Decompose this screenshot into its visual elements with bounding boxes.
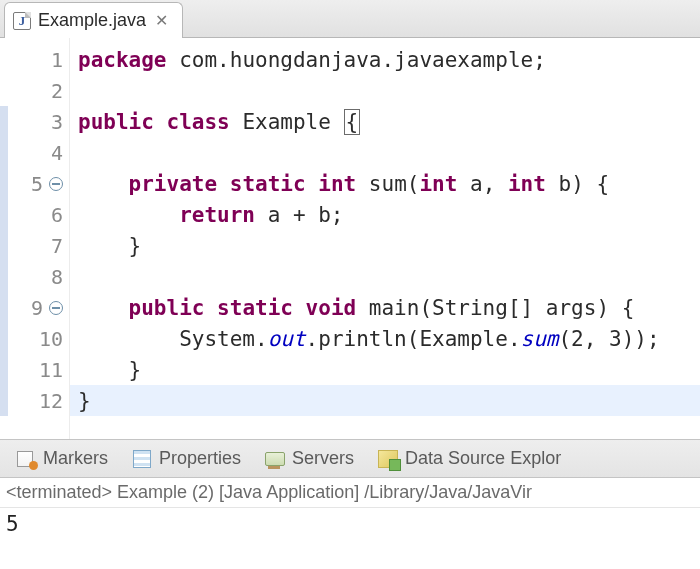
view-properties[interactable]: Properties — [122, 444, 251, 473]
fold-toggle-icon[interactable] — [49, 177, 63, 191]
view-data-source-explorer[interactable]: Data Source Explor — [368, 444, 571, 473]
line-number: 7 — [0, 230, 69, 261]
bottom-panel: MarkersPropertiesServersData Source Expl… — [0, 440, 700, 569]
props-icon — [132, 450, 152, 468]
code-line[interactable]: public class Example { — [70, 106, 700, 137]
line-number: 10 — [0, 323, 69, 354]
code-line[interactable]: } — [70, 385, 700, 416]
code-line[interactable] — [70, 137, 700, 168]
tab-filename: Example.java — [38, 10, 146, 31]
code-line[interactable] — [70, 75, 700, 106]
code-line[interactable]: return a + b; — [70, 199, 700, 230]
code-line[interactable]: } — [70, 230, 700, 261]
line-number: 9 — [0, 292, 69, 323]
line-number: 5 — [0, 168, 69, 199]
code-line[interactable]: System.out.println(Example.sum(2, 3)); — [70, 323, 700, 354]
view-servers[interactable]: Servers — [255, 444, 364, 473]
line-number: 8 — [0, 261, 69, 292]
line-number: 1 — [0, 44, 69, 75]
views-tab-bar: MarkersPropertiesServersData Source Expl… — [0, 440, 700, 478]
fold-toggle-icon[interactable] — [49, 301, 63, 315]
code-editor[interactable]: 123456789101112 package com.huongdanjava… — [0, 38, 700, 439]
ds-icon — [378, 450, 398, 468]
line-gutter: 123456789101112 — [0, 38, 70, 439]
line-number: 2 — [0, 75, 69, 106]
code-line[interactable] — [70, 261, 700, 292]
line-number: 3 — [0, 106, 69, 137]
servers-icon — [265, 450, 285, 468]
view-tab-label: Servers — [292, 448, 354, 469]
code-line[interactable]: public static void main(String[] args) { — [70, 292, 700, 323]
code-lines[interactable]: package com.huongdanjava.javaexample;pub… — [70, 38, 700, 439]
line-number: 4 — [0, 137, 69, 168]
tab-bar: J Example.java ✕ — [0, 0, 700, 38]
code-line[interactable]: package com.huongdanjava.javaexample; — [70, 44, 700, 75]
editor-tab[interactable]: J Example.java ✕ — [4, 2, 183, 38]
code-line[interactable]: private static int sum(int a, int b) { — [70, 168, 700, 199]
view-tab-label: Properties — [159, 448, 241, 469]
code-line[interactable]: } — [70, 354, 700, 385]
view-tab-label: Markers — [43, 448, 108, 469]
view-tab-label: Data Source Explor — [405, 448, 561, 469]
console-output: 5 — [0, 508, 700, 569]
line-number: 11 — [0, 354, 69, 385]
close-icon[interactable]: ✕ — [153, 11, 170, 30]
line-number: 12 — [0, 385, 69, 416]
view-markers[interactable]: Markers — [6, 444, 118, 473]
console-header: <terminated> Example (2) [Java Applicati… — [0, 478, 700, 508]
line-number: 6 — [0, 199, 69, 230]
editor-area: J Example.java ✕ 123456789101112 package… — [0, 0, 700, 440]
java-file-icon: J — [13, 12, 31, 30]
markers-icon — [16, 450, 36, 468]
